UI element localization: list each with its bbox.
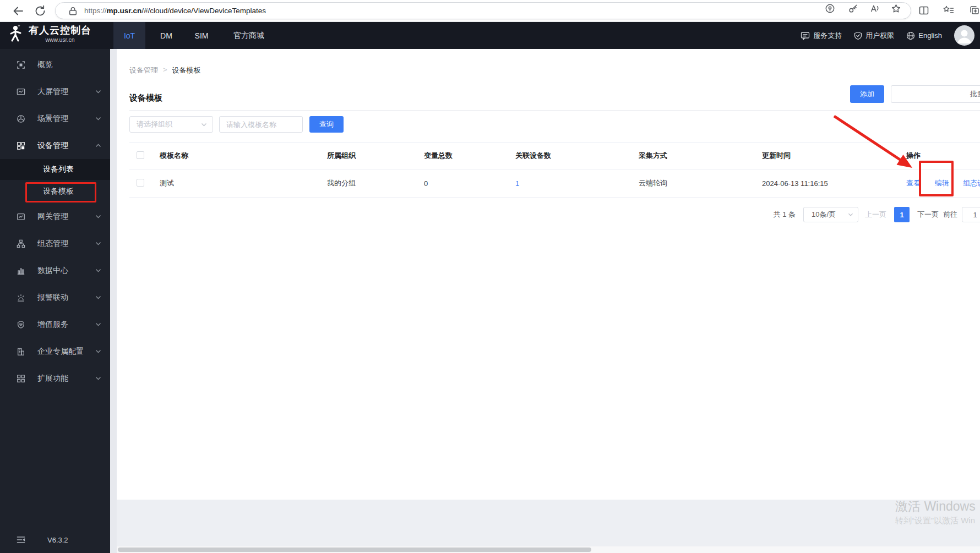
- sidebar-item-device-mgmt[interactable]: 设备管理: [0, 132, 110, 159]
- language-switcher[interactable]: English: [906, 31, 942, 40]
- linked-devices-link[interactable]: 1: [515, 179, 519, 188]
- usr-person-logo-icon: [8, 24, 24, 43]
- logo-title: 有人云控制台: [29, 24, 91, 36]
- sidebar-item-label: 数据中心: [37, 266, 68, 276]
- shield-icon: [854, 31, 862, 40]
- globe-icon: [906, 31, 915, 40]
- alarm-siren-icon: [17, 293, 25, 302]
- add-button[interactable]: 添加: [850, 85, 884, 103]
- split-screen-icon[interactable]: [918, 5, 929, 16]
- scada-design-link[interactable]: 组态设计: [963, 179, 980, 187]
- chevron-down-icon: [95, 376, 101, 381]
- permissions-menu[interactable]: 用户权限: [854, 31, 894, 41]
- page-number-active[interactable]: 1: [894, 207, 910, 222]
- col-updated-time: 更新时间: [755, 143, 899, 169]
- tab-dm[interactable]: DM: [148, 22, 184, 49]
- support-menu[interactable]: 服务支持: [801, 31, 842, 41]
- col-template-name: 模板名称: [153, 143, 320, 169]
- tab-mall[interactable]: 官方商城: [223, 22, 275, 49]
- batch-delete-button[interactable]: 批量删除: [891, 85, 980, 103]
- sidebar-subitem-device-list[interactable]: 设备列表: [0, 159, 110, 180]
- refresh-icon[interactable]: [34, 4, 47, 18]
- sidebar-item-label: 扩展功能: [37, 374, 68, 384]
- logo-subtitle: www.usr.cn: [29, 36, 91, 43]
- chevron-down-icon: [95, 89, 101, 94]
- next-page-button[interactable]: 下一页: [917, 210, 939, 220]
- row-checkbox[interactable]: [137, 179, 144, 187]
- breadcrumb-separator: >: [163, 65, 167, 75]
- screen: https://mp.usr.cn/#/cloud/device/ViewDev…: [0, 0, 980, 553]
- geolocation-icon[interactable]: [825, 3, 835, 14]
- sidebar-item-label: 企业专属配置: [37, 347, 84, 357]
- user-avatar[interactable]: [954, 25, 974, 46]
- pagination: 共 1 条 10条/页 上一页 1 下一页 前往: [774, 207, 980, 222]
- prev-page-button[interactable]: 上一页: [865, 210, 886, 220]
- back-icon[interactable]: [12, 4, 25, 18]
- top-navbar: 有人云控制台 www.usr.cn IoT DM SIM 官方商城 服务支持 用…: [0, 22, 980, 49]
- select-all-checkbox[interactable]: [137, 151, 144, 159]
- sidebar-item-alarm-linkage[interactable]: 报警联动: [0, 284, 110, 311]
- edit-link[interactable]: 编辑: [935, 179, 949, 187]
- device-grid-icon: [17, 141, 25, 150]
- goto-label: 前往: [943, 210, 957, 220]
- sidebar-item-gateway-mgmt[interactable]: 网关管理: [0, 203, 110, 230]
- tab-sim[interactable]: SIM: [184, 22, 219, 49]
- overview-icon: [17, 61, 25, 69]
- version-label: V6.3.2: [47, 536, 68, 544]
- breadcrumb: 设备管理 > 设备模板: [129, 65, 201, 75]
- sidebar-item-label: 设备管理: [37, 141, 68, 151]
- col-linked-devices: 关联设备数: [508, 143, 631, 169]
- sidebar-item-data-center[interactable]: 数据中心: [0, 257, 110, 284]
- chevron-down-icon: [95, 214, 101, 219]
- sidebar-item-label: 场景管理: [37, 114, 68, 124]
- title-divider: [129, 110, 980, 111]
- filter-bar: 请选择组织 查询: [129, 116, 344, 133]
- bar-chart-icon: [17, 266, 25, 275]
- collapse-sidebar-icon[interactable]: [17, 536, 25, 544]
- collections-icon[interactable]: [969, 5, 980, 16]
- page-size-select[interactable]: 10条/页: [803, 207, 858, 222]
- chevron-down-icon: [95, 116, 101, 121]
- sidebar-item-scada-mgmt[interactable]: 组态管理: [0, 230, 110, 257]
- sidebar-subitem-device-template[interactable]: 设备模板: [0, 180, 110, 203]
- sidebar-item-screen-mgmt[interactable]: 大屏管理: [0, 78, 110, 105]
- sidebar-subitem-label: 设备模板: [43, 187, 74, 196]
- chevron-down-icon: [201, 122, 207, 127]
- sidebar-item-scene-mgmt[interactable]: 场景管理: [0, 105, 110, 132]
- chat-icon: [801, 31, 810, 40]
- chevron-down-icon: [95, 322, 101, 327]
- windows-activation-watermark: 激活 Windows 转到“设置”以激活 Win: [895, 498, 976, 527]
- favorites-hub-icon[interactable]: [943, 5, 955, 16]
- tab-iot[interactable]: IoT: [113, 22, 145, 49]
- sidebar-item-overview[interactable]: 概览: [0, 51, 110, 78]
- table-header-row: 模板名称 所属组织 变量总数 关联设备数 采集方式 更新时间 操作: [129, 143, 980, 169]
- chevron-down-icon: [95, 241, 101, 246]
- scrollbar-thumb[interactable]: [118, 547, 591, 552]
- template-name-input[interactable]: [219, 116, 303, 133]
- page-title: 设备模板: [129, 93, 162, 103]
- app-logo[interactable]: 有人云控制台 www.usr.cn: [8, 24, 91, 43]
- address-bar[interactable]: https://mp.usr.cn/#/cloud/device/ViewDev…: [55, 2, 911, 19]
- search-button[interactable]: 查询: [309, 116, 344, 133]
- sidebar-item-label: 增值服务: [37, 320, 68, 330]
- password-key-icon[interactable]: [848, 3, 858, 14]
- table-row: 测试 我的分组 0 1 云端轮询 2024-06-13 11:16:15 查看 …: [129, 169, 980, 198]
- sidebar: 概览 大屏管理 场景管理 设备管理 设备列表 设备模板 网关管理: [0, 49, 110, 553]
- sidebar-item-value-added[interactable]: 增值服务: [0, 311, 110, 338]
- sidebar-item-enterprise-config[interactable]: 企业专属配置: [0, 338, 110, 365]
- breadcrumb-parent[interactable]: 设备管理: [129, 65, 158, 75]
- sidebar-item-extensions[interactable]: 扩展功能: [0, 365, 110, 392]
- main-content: 设备管理 > 设备模板 设备模板 请选择组织 查询 添加 批量删除: [117, 49, 980, 553]
- view-link[interactable]: 查看: [906, 179, 921, 187]
- cell-variable-count: 0: [417, 169, 508, 198]
- favorite-star-icon[interactable]: [891, 3, 901, 14]
- read-aloud-icon[interactable]: [869, 3, 880, 14]
- horizontal-scrollbar[interactable]: [117, 546, 980, 553]
- org-select[interactable]: 请选择组织: [129, 116, 213, 133]
- col-organization: 所属组织: [320, 143, 417, 169]
- goto-page-input[interactable]: [962, 207, 980, 222]
- screen-icon: [17, 87, 25, 96]
- scene-cube-icon: [17, 114, 25, 123]
- browser-toolbar: https://mp.usr.cn/#/cloud/device/ViewDev…: [0, 0, 980, 22]
- cell-organization: 我的分组: [320, 169, 417, 198]
